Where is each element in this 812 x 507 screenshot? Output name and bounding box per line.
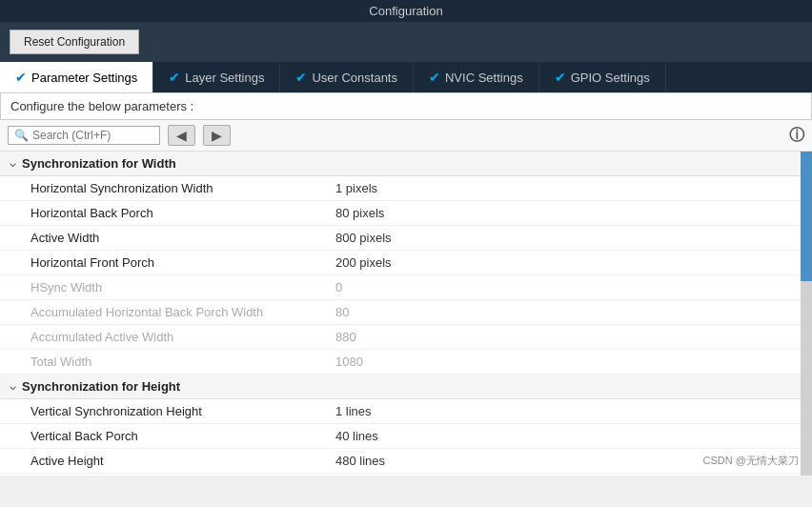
param-value: 880: [335, 330, 356, 344]
param-row: Horizontal Front Porch 200 pixels: [0, 251, 801, 275]
chevron-icon: ⌵: [10, 380, 16, 393]
param-value: 1 lines: [335, 404, 372, 418]
param-value: 40 lines: [335, 429, 378, 443]
param-row: Vertical Back Porch 40 lines: [0, 424, 801, 449]
param-row: Horizontal Synchronization Width 1 pixel…: [0, 176, 801, 201]
tab-label: NVIC Settings: [445, 71, 523, 85]
param-row: Active Width 800 pixels: [0, 226, 801, 251]
param-name: Vertical Back Porch: [30, 429, 335, 443]
param-row: Accumulated Active Width 880: [0, 325, 801, 350]
tab-check-icon: ✔: [295, 70, 307, 85]
next-button[interactable]: ▶: [203, 125, 231, 146]
tab-param[interactable]: ✔ Parameter Settings: [0, 62, 153, 92]
config-header: Configure the below parameters :: [0, 92, 812, 120]
param-name: Horizontal Front Porch: [30, 255, 335, 270]
param-row: Vertical Front Porch 22 lines: [0, 474, 801, 476]
param-name: Accumulated Horizontal Back Porch Width: [30, 305, 335, 319]
param-row: Accumulated Horizontal Back Porch Width …: [0, 300, 801, 325]
scrollable-content: ⌵ Synchronization for Width Horizontal S…: [0, 152, 801, 476]
section-header-height[interactable]: ⌵ Synchronization for Height: [0, 375, 801, 399]
param-value: 800 pixels: [335, 231, 392, 245]
sections-container: ⌵ Synchronization for Width Horizontal S…: [0, 152, 801, 476]
tabs-bar: ✔ Parameter Settings✔ Layer Settings✔ Us…: [0, 62, 812, 92]
tab-label: User Constants: [312, 71, 397, 85]
search-icon: 🔍: [14, 129, 29, 142]
tab-gpio[interactable]: ✔ GPIO Settings: [539, 62, 666, 92]
tab-check-icon: ✔: [169, 70, 180, 85]
search-input[interactable]: [32, 129, 147, 142]
tab-check-icon: ✔: [429, 70, 440, 85]
search-input-wrap: 🔍: [8, 126, 160, 145]
tab-nvic[interactable]: ✔ NVIC Settings: [414, 62, 539, 92]
tab-label: Layer Settings: [185, 71, 264, 85]
param-value: 0: [335, 280, 342, 294]
param-value: 480 lines: [335, 454, 385, 468]
param-name: Vertical Synchronization Height: [30, 404, 335, 418]
param-name: Horizontal Synchronization Width: [30, 181, 335, 195]
tab-user[interactable]: ✔ User Constants: [280, 62, 414, 92]
param-name: Accumulated Active Width: [30, 330, 335, 344]
param-name: Active Width: [30, 231, 335, 245]
section-header-width[interactable]: ⌵ Synchronization for Width: [0, 152, 801, 176]
param-name: Horizontal Back Porch: [30, 206, 335, 220]
content-wrapper: ⌵ Synchronization for Width Horizontal S…: [0, 152, 812, 476]
config-header-text: Configure the below parameters :: [10, 99, 193, 113]
tab-label: Parameter Settings: [31, 71, 137, 85]
tab-label: GPIO Settings: [571, 71, 650, 85]
param-value: 80: [335, 305, 349, 319]
scrollbar-track[interactable]: [801, 152, 812, 476]
param-row: Total Width 1080: [0, 350, 801, 375]
param-row: Vertical Synchronization Height 1 lines: [0, 399, 801, 424]
toolbar: Reset Configuration: [0, 22, 812, 62]
param-row: Active Height 480 lines: [0, 449, 801, 474]
param-row: Horizontal Back Porch 80 pixels: [0, 201, 801, 226]
param-value: 80 pixels: [335, 206, 384, 220]
prev-button[interactable]: ◀: [168, 125, 195, 146]
title-bar: Configuration: [0, 0, 812, 22]
section-label: Synchronization for Height: [22, 379, 180, 394]
param-name: Active Height: [30, 454, 335, 468]
section-label: Synchronization for Width: [22, 156, 176, 171]
tab-check-icon: ✔: [15, 70, 27, 85]
param-value: 1 pixels: [335, 181, 377, 195]
watermark: CSDN @无情大菜刀: [703, 454, 799, 468]
scrollbar-thumb[interactable]: [801, 152, 812, 281]
param-value: 200 pixels: [335, 255, 392, 270]
tab-layer[interactable]: ✔ Layer Settings: [153, 62, 280, 92]
tab-check-icon: ✔: [555, 70, 566, 85]
title-text: Configuration: [369, 4, 442, 18]
search-bar: 🔍 ◀ ▶ ⓘ: [0, 120, 812, 152]
param-value: 1080: [335, 355, 363, 369]
param-row: HSync Width 0: [0, 275, 801, 300]
info-icon: ⓘ: [789, 126, 804, 146]
param-name: Total Width: [30, 355, 335, 369]
reset-button[interactable]: Reset Configuration: [10, 30, 139, 54]
chevron-icon: ⌵: [10, 157, 16, 170]
param-name: HSync Width: [30, 280, 335, 294]
